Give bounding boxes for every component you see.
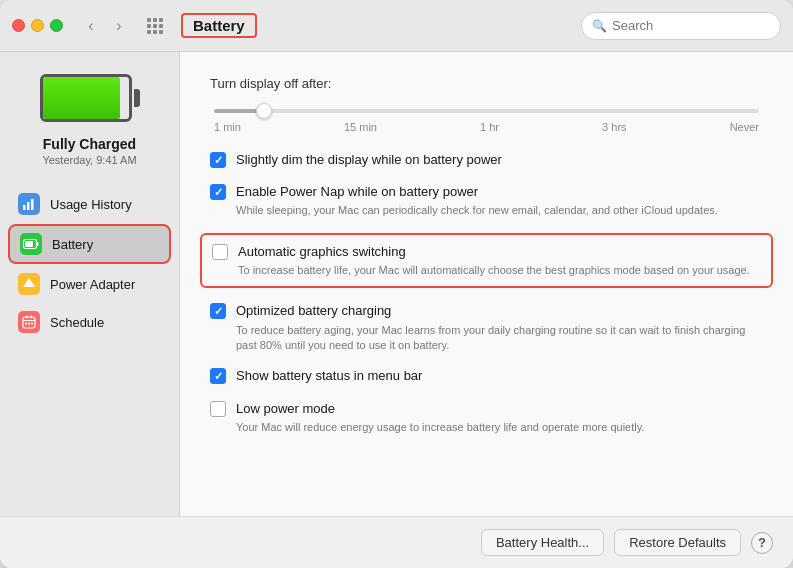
option-text-power-nap: Enable Power Nap while on battery power … [236,183,763,219]
option-desc-low-power: Your Mac will reduce energy usage to inc… [236,420,763,435]
battery-body [40,74,132,122]
grid-icon [147,18,163,34]
option-text-auto-graphics: Automatic graphics switching To increase… [238,243,761,279]
sidebar-nav: Usage History Battery [0,186,179,342]
slider-section: Turn display off after: 1 min 15 min 1 h… [210,76,763,133]
svg-rect-1 [27,202,30,210]
slider-label-1hr: 1 hr [480,121,499,133]
battery-fill [43,77,120,119]
option-text-optimized-charging: Optimized battery charging To reduce bat… [236,302,763,353]
slider-label: Turn display off after: [210,76,763,91]
checkbox-dim-display[interactable] [210,152,226,168]
main-panel: Turn display off after: 1 min 15 min 1 h… [180,52,793,516]
option-menu-bar-status: Show battery status in menu bar [210,367,763,385]
option-text-menu-bar-status: Show battery status in menu bar [236,367,763,385]
sidebar-item-battery[interactable]: Battery [8,224,171,264]
option-low-power: Low power mode Your Mac will reduce ener… [210,400,763,436]
svg-rect-10 [23,320,35,321]
sidebar-item-label-battery: Battery [52,237,93,252]
option-label-power-nap: Enable Power Nap while on battery power [236,183,763,201]
svg-rect-5 [37,242,39,246]
power-adapter-icon [18,273,40,295]
checkbox-power-nap[interactable] [210,184,226,200]
svg-marker-6 [23,278,35,287]
battery-status: Fully Charged [43,136,136,152]
battery-tip [134,89,140,107]
slider-label-3hrs: 3 hrs [602,121,626,133]
maximize-button[interactable] [50,19,63,32]
checkbox-menu-bar-status[interactable] [210,368,226,384]
sidebar-item-label-schedule: Schedule [50,315,104,330]
option-text-low-power: Low power mode Your Mac will reduce ener… [236,400,763,436]
option-desc-optimized-charging: To reduce battery aging, your Mac learns… [236,323,763,354]
option-label-dim-display: Slightly dim the display while on batter… [236,151,763,169]
sidebar-item-usage-history[interactable]: Usage History [8,186,171,222]
svg-rect-12 [28,323,30,325]
checkbox-low-power[interactable] [210,401,226,417]
usage-history-icon [18,193,40,215]
option-desc-auto-graphics: To increase battery life, your Mac will … [238,263,761,278]
forward-button[interactable]: › [107,14,131,38]
battery-icon-container [40,72,140,124]
sidebar-item-label-power-adapter: Power Adapter [50,277,135,292]
traffic-lights [12,19,63,32]
nav-buttons: ‹ › [79,14,131,38]
help-button[interactable]: ? [751,532,773,554]
option-auto-graphics: Automatic graphics switching To increase… [200,233,773,289]
battery-time: Yesterday, 9:41 AM [42,154,136,166]
option-text-dim-display: Slightly dim the display while on batter… [236,151,763,169]
bottom-bar: Battery Health... Restore Defaults ? [0,516,793,568]
content-area: Fully Charged Yesterday, 9:41 AM Usage H… [0,52,793,516]
option-dim-display: Slightly dim the display while on batter… [210,151,763,169]
svg-rect-8 [26,316,28,319]
svg-rect-0 [23,205,26,210]
grid-button[interactable] [141,12,169,40]
restore-defaults-button[interactable]: Restore Defaults [614,529,741,556]
search-bar[interactable]: 🔍 [581,12,781,40]
sidebar-item-power-adapter[interactable]: Power Adapter [8,266,171,302]
option-desc-power-nap: While sleeping, your Mac can periodicall… [236,203,763,218]
battery-sidebar-icon [20,233,42,255]
display-slider[interactable] [214,109,759,113]
svg-rect-2 [31,199,34,210]
slider-label-never: Never [730,121,759,133]
search-input[interactable] [612,18,770,33]
sidebar-item-schedule[interactable]: Schedule [8,304,171,340]
minimize-button[interactable] [31,19,44,32]
search-icon: 🔍 [592,19,607,33]
checkbox-optimized-charging[interactable] [210,303,226,319]
checkbox-auto-graphics[interactable] [212,244,228,260]
slider-labels: 1 min 15 min 1 hr 3 hrs Never [214,121,759,133]
option-label-optimized-charging: Optimized battery charging [236,302,763,320]
slider-label-1min: 1 min [214,121,241,133]
svg-rect-9 [31,316,33,319]
svg-rect-11 [25,323,27,325]
option-label-auto-graphics: Automatic graphics switching [238,243,761,261]
titlebar: ‹ › Battery 🔍 [0,0,793,52]
svg-rect-4 [25,241,33,247]
battery-health-button[interactable]: Battery Health... [481,529,604,556]
option-optimized-charging: Optimized battery charging To reduce bat… [210,302,763,353]
window: ‹ › Battery 🔍 [0,0,793,568]
window-title: Battery [181,13,257,38]
back-button[interactable]: ‹ [79,14,103,38]
sidebar: Fully Charged Yesterday, 9:41 AM Usage H… [0,52,180,516]
sidebar-item-label-usage-history: Usage History [50,197,132,212]
slider-label-15min: 15 min [344,121,377,133]
option-power-nap: Enable Power Nap while on battery power … [210,183,763,219]
option-label-low-power: Low power mode [236,400,763,418]
option-label-menu-bar-status: Show battery status in menu bar [236,367,763,385]
schedule-icon [18,311,40,333]
close-button[interactable] [12,19,25,32]
svg-rect-13 [31,323,33,325]
